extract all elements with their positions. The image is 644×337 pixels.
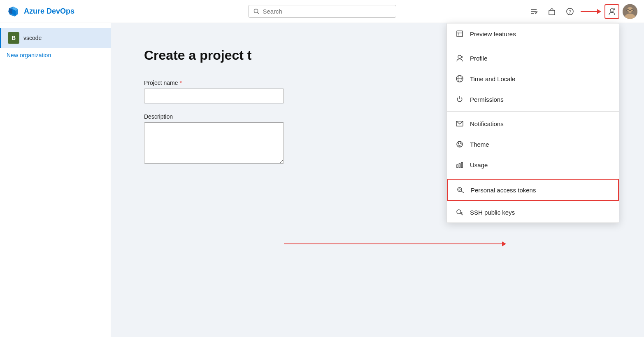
search-input[interactable] [263, 8, 391, 15]
notifications-icon [455, 119, 464, 128]
notifications-label: Notifications [470, 120, 504, 127]
red-arrow-line [581, 11, 597, 12]
time-locale-icon [455, 74, 464, 83]
red-arrow-line2 [284, 243, 502, 244]
required-star: * [179, 80, 181, 86]
search-bar[interactable] [248, 5, 396, 18]
sidebar: B vscode New organization [0, 23, 111, 337]
usage-label: Usage [470, 161, 488, 168]
help-icon-button[interactable]: ? [563, 4, 577, 19]
divider-2 [447, 111, 619, 112]
theme-label: Theme [470, 141, 489, 148]
search-icon [253, 8, 260, 15]
menu-item-personal-access-tokens[interactable]: Personal access tokens [447, 179, 619, 201]
project-name-input[interactable] [144, 89, 284, 103]
divider-3 [447, 177, 619, 177]
svg-point-0 [254, 9, 258, 12]
azure-devops-logo-icon [7, 5, 20, 18]
menu-item-notifications[interactable]: Notifications [447, 113, 619, 134]
org-badge: B [8, 32, 19, 44]
user-dropdown-menu: Preview features Profile Time and Locale [446, 23, 619, 223]
theme-icon [455, 140, 464, 149]
profile-icon [455, 54, 464, 63]
svg-rect-17 [457, 31, 463, 37]
svg-point-36 [459, 189, 460, 190]
svg-point-34 [458, 187, 462, 192]
svg-point-28 [458, 143, 459, 144]
svg-text:?: ? [569, 9, 572, 15]
svg-point-30 [459, 145, 460, 147]
preview-features-icon [455, 29, 464, 38]
user-avatar-button[interactable] [623, 4, 637, 19]
time-locale-label: Time and Locale [470, 75, 515, 82]
user-settings-icon-button[interactable]: ⚙ [604, 4, 619, 19]
menu-item-ssh-public-keys[interactable]: SSH public keys [447, 202, 619, 222]
menu-item-profile[interactable]: Profile [447, 48, 619, 68]
svg-rect-32 [459, 164, 460, 168]
svg-rect-33 [461, 162, 463, 168]
tasks-icon-button[interactable] [526, 4, 541, 19]
svg-text:⚙: ⚙ [612, 8, 615, 11]
red-arrow-head2 [502, 241, 506, 246]
profile-label: Profile [470, 55, 488, 62]
sidebar-new-org[interactable]: New organization [0, 48, 111, 63]
permissions-label: Permissions [470, 96, 504, 103]
svg-line-35 [461, 191, 464, 193]
personal-access-tokens-icon [456, 185, 465, 194]
logo: Azure DevOps [7, 5, 74, 18]
svg-point-37 [457, 210, 461, 214]
svg-point-20 [458, 55, 461, 59]
header: Azure DevOps [0, 0, 644, 23]
menu-item-permissions[interactable]: Permissions [447, 89, 619, 110]
svg-rect-31 [457, 165, 458, 168]
menu-item-preview-features[interactable]: Preview features [447, 23, 619, 44]
arrow-annotation [581, 9, 601, 14]
description-arrow-annotation [284, 241, 506, 246]
logo-text: Azure DevOps [24, 7, 74, 16]
ssh-public-keys-label: SSH public keys [470, 209, 515, 216]
menu-item-time-locale[interactable]: Time and Locale [447, 68, 619, 89]
ssh-public-keys-icon [455, 208, 464, 217]
usage-icon [455, 160, 464, 169]
shopping-bag-icon-button[interactable] [544, 4, 559, 19]
description-input[interactable] [144, 122, 284, 164]
red-arrow-head [597, 9, 601, 14]
svg-line-1 [257, 12, 258, 14]
menu-item-theme[interactable]: Theme [447, 134, 619, 154]
menu-item-usage[interactable]: Usage [447, 154, 619, 175]
permissions-icon [455, 95, 464, 104]
avatar [623, 4, 637, 19]
sidebar-org-name: vscode [23, 35, 42, 41]
divider-1 [447, 46, 619, 46]
preview-features-label: Preview features [470, 30, 516, 37]
header-icons: ? ⚙ [526, 4, 637, 19]
svg-point-29 [460, 143, 462, 144]
svg-rect-5 [549, 10, 555, 15]
sidebar-item-vscode[interactable]: B vscode [0, 28, 111, 48]
personal-access-tokens-label: Personal access tokens [471, 187, 536, 194]
svg-point-12 [627, 7, 633, 13]
